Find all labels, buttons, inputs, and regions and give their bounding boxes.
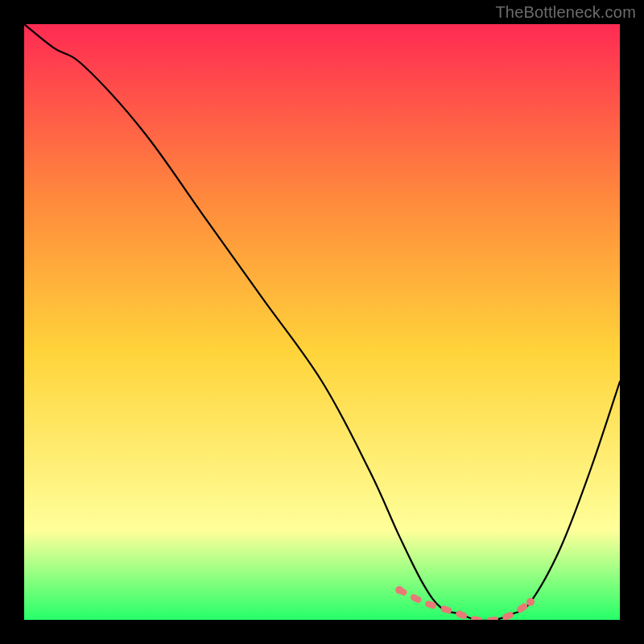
optimal-range-start-dot bbox=[395, 586, 403, 594]
gradient-background bbox=[24, 24, 620, 620]
plot-area bbox=[24, 24, 620, 620]
bottleneck-chart bbox=[24, 24, 620, 620]
chart-stage: TheBottleneck.com bbox=[0, 0, 644, 644]
watermark-label: TheBottleneck.com bbox=[495, 3, 636, 22]
optimal-range-end-dot bbox=[526, 598, 535, 606]
